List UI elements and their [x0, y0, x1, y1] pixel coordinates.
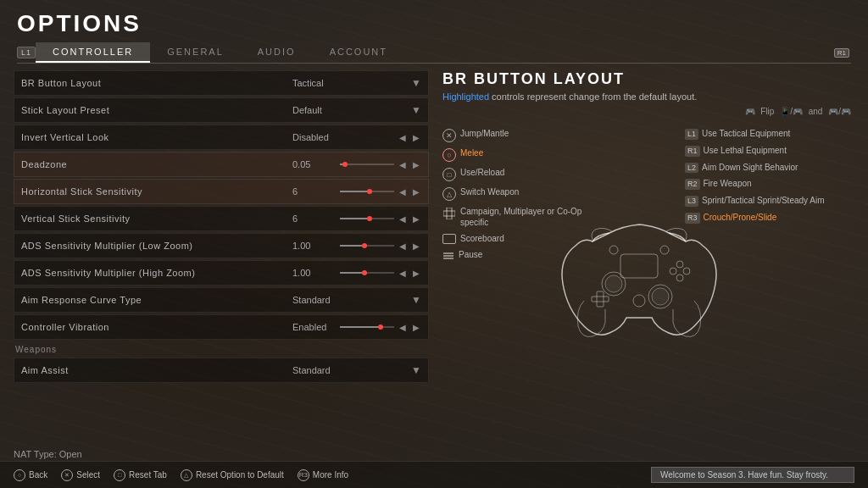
setting-stick-layout[interactable]: Stick Layout Preset Default ▼: [14, 97, 429, 123]
page-title: OPTIONS: [17, 10, 851, 37]
setting-br-button-layout[interactable]: BR Button Layout Tactical ▼: [14, 70, 429, 96]
setting-ads-low-zoom[interactable]: ADS Sensitivity Multiplier (Low Zoom) 1.…: [14, 233, 429, 258]
svg-rect-0: [447, 208, 452, 211]
svg-point-14: [676, 261, 683, 268]
right-arrow[interactable]: ▶: [411, 269, 421, 278]
mapping-r1: R1 Use Lethal Equipment: [685, 145, 854, 157]
options-icon: [442, 250, 454, 262]
touchpad-icon: [442, 234, 456, 244]
mapping-l2: L2 Aim Down Sight Behavior: [685, 162, 854, 174]
settings-panel: BR Button Layout Tactical ▼ Stick Layout…: [14, 70, 429, 442]
svg-point-16: [683, 268, 690, 274]
svg-rect-3: [452, 211, 455, 216]
right-arrow[interactable]: ▶: [411, 214, 421, 224]
svg-point-15: [676, 274, 683, 281]
svg-point-20: [633, 295, 645, 307]
triangle-icon: △: [181, 469, 192, 481]
svg-rect-2: [443, 211, 447, 216]
tab-controller[interactable]: CONTROLLER: [36, 42, 150, 63]
dropdown-arrow: ▼: [411, 294, 421, 306]
right-arrow[interactable]: ▶: [411, 323, 421, 332]
square-icon: □: [114, 469, 125, 481]
svg-point-13: [670, 268, 676, 274]
mapping-switch-weapon: △ Switch Weapon: [442, 186, 587, 201]
right-arrow[interactable]: ▶: [411, 160, 421, 169]
br-layout-title: BR BUTTON LAYOUT: [442, 70, 854, 88]
left-arrow[interactable]: ◀: [398, 241, 408, 251]
dropdown-arrow: ▼: [411, 77, 421, 89]
left-arrow[interactable]: ◀: [398, 269, 408, 278]
svg-point-8: [605, 275, 622, 292]
cross-icon: ✕: [61, 469, 73, 481]
cross-icon: ✕: [442, 129, 456, 142]
tab-general[interactable]: GENERAL: [150, 42, 241, 63]
ads-high-slider[interactable]: [340, 272, 394, 274]
setting-vert-sensitivity[interactable]: Vertical Stick Sensitivity 6 ◀ ▶: [14, 206, 429, 231]
square-icon: □: [442, 168, 456, 181]
right-arrow[interactable]: ▶: [411, 241, 421, 251]
setting-aim-assist[interactable]: Aim Assist Standard ▼: [14, 358, 429, 383]
select-button[interactable]: ✕ Select: [61, 469, 100, 481]
tab-audio[interactable]: AUDIO: [241, 42, 313, 63]
dropdown-arrow: ▼: [411, 104, 421, 116]
setting-ads-high-zoom[interactable]: ADS Sensitivity Multiplier (High Zoom) 1…: [14, 260, 429, 286]
mapping-r2: R2 Fire Weapon: [685, 178, 854, 190]
svg-point-10: [652, 288, 669, 305]
lb-trigger[interactable]: L1: [17, 47, 36, 58]
more-info-button[interactable]: R3 More Info: [298, 469, 348, 481]
setting-aim-response[interactable]: Aim Response Curve Type Standard ▼: [14, 287, 429, 313]
circle-icon: ○: [442, 148, 456, 162]
flip-row: 🎮 Flip 📱/🎮 and 🎮/🎮: [442, 107, 854, 116]
svg-rect-17: [620, 254, 658, 278]
mapping-melee: ○ Melee: [442, 147, 587, 162]
setting-deadzone[interactable]: Deadzone 0.05 ◀ ▶: [14, 152, 429, 177]
svg-point-18: [660, 246, 669, 254]
notification-bar: Welcome to Season 3. Have fun. Stay fros…: [651, 467, 854, 483]
tab-account[interactable]: ACCOUNT: [313, 42, 404, 63]
mapping-r3: R3 Crouch/Prone/Slide: [685, 212, 854, 224]
horiz-slider[interactable]: [340, 191, 394, 192]
mapping-scoreboard: Scoreboard: [442, 233, 587, 244]
r3-icon: R3: [298, 469, 309, 481]
reset-option-button[interactable]: △ Reset Option to Default: [181, 469, 284, 481]
right-arrow[interactable]: ▶: [411, 133, 421, 142]
left-arrow[interactable]: ◀: [398, 133, 408, 142]
mapping-use-reload: □ Use/Reload: [442, 167, 587, 181]
mapping-dpad: Campaign, Multiplayer or Co-Op specific: [442, 206, 587, 228]
mapping-l1: L1 Use Tactical Equipment: [685, 128, 854, 140]
mapping-jump: ✕ Jump/Mantle: [442, 128, 587, 142]
setting-controller-vibration[interactable]: Controller Vibration Enabled ◀ ▶: [14, 314, 429, 340]
back-button[interactable]: ○ Back: [14, 469, 47, 481]
mapping-pause: Pause: [442, 249, 587, 262]
deadzone-slider[interactable]: [340, 164, 394, 165]
right-arrow[interactable]: ▶: [411, 187, 421, 197]
weapons-section-label: Weapons: [14, 341, 429, 356]
vert-slider[interactable]: [340, 218, 394, 219]
setting-invert-vertical[interactable]: Invert Vertical Look Disabled ◀ ▶: [14, 125, 429, 150]
ads-low-slider[interactable]: [340, 245, 394, 247]
right-panel: BR BUTTON LAYOUT Highlighted controls re…: [442, 70, 854, 442]
svg-rect-12: [592, 297, 609, 302]
rb-trigger[interactable]: R1: [834, 48, 849, 58]
left-arrow[interactable]: ◀: [398, 214, 408, 224]
nat-type: NAT Type: Open: [0, 449, 868, 459]
reset-tab-button[interactable]: □ Reset Tab: [114, 469, 167, 481]
dropdown-arrow: ▼: [411, 364, 421, 376]
svg-rect-11: [597, 291, 604, 307]
left-arrow[interactable]: ◀: [398, 187, 408, 197]
vibration-slider[interactable]: [340, 326, 394, 328]
nav-tabs: L1 CONTROLLER GENERAL AUDIO ACCOUNT R1: [17, 42, 851, 64]
br-subtitle: Highlighted controls represent change fr…: [442, 92, 854, 102]
mapping-l3: L3 Sprint/Tactical Sprint/Steady Aim: [685, 195, 854, 207]
svg-rect-1: [447, 216, 452, 219]
setting-horiz-sensitivity[interactable]: Horizontal Stick Sensitivity 6 ◀ ▶: [14, 179, 429, 204]
left-arrow[interactable]: ◀: [398, 160, 408, 169]
dpad-icon: [443, 208, 455, 219]
svg-point-19: [609, 246, 618, 254]
footer: ○ Back ✕ Select □ Reset Tab △ Reset Opti…: [0, 461, 868, 488]
left-arrow[interactable]: ◀: [398, 323, 408, 332]
triangle-icon: △: [442, 187, 456, 201]
circle-icon: ○: [14, 469, 25, 481]
